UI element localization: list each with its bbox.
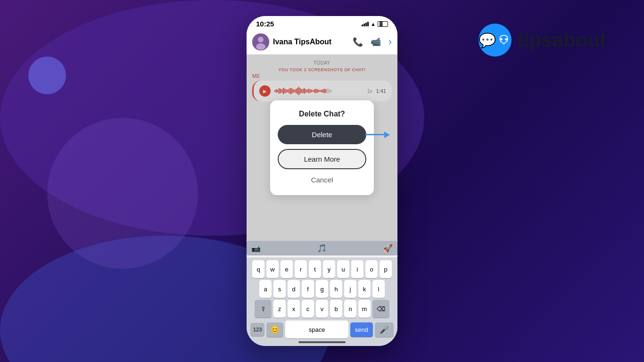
delete-chat-modal: Delete Chat? Delete Learn More Cancel bbox=[270, 100, 374, 195]
emoji-key[interactable]: 😊 bbox=[266, 322, 283, 337]
keyboard-row-3: ⇧ z x c v b n m ⌫ bbox=[248, 300, 396, 318]
key-w[interactable]: w bbox=[266, 260, 279, 278]
key-x[interactable]: x bbox=[288, 300, 300, 318]
key-n[interactable]: n bbox=[344, 300, 356, 318]
avatar bbox=[252, 33, 269, 50]
logo-text: tipsabout bbox=[517, 29, 606, 51]
space-key[interactable]: space bbox=[285, 321, 348, 338]
keyboard-toolbar: 📷 🎵 🚀 bbox=[247, 241, 397, 255]
send-key[interactable]: send bbox=[350, 322, 373, 337]
key-s[interactable]: s bbox=[273, 280, 286, 298]
keyboard: q w e r t y u i o p a s d f g h j k l ⇧ … bbox=[247, 257, 397, 346]
modal-title: Delete Chat? bbox=[299, 110, 345, 118]
key-c[interactable]: c bbox=[302, 300, 314, 318]
signal-icon bbox=[362, 22, 369, 26]
key-y[interactable]: y bbox=[323, 260, 335, 278]
call-button[interactable]: 📞 bbox=[353, 37, 363, 47]
bg-decoration bbox=[28, 57, 66, 94]
key-o[interactable]: o bbox=[365, 260, 378, 278]
chat-area: TODAY YOU TOOK 2 SCREENSHOTS OF CHAT! ME… bbox=[247, 55, 397, 241]
key-l[interactable]: l bbox=[372, 280, 385, 298]
key-b[interactable]: b bbox=[330, 300, 342, 318]
battery-icon: ▓ bbox=[378, 21, 388, 27]
chat-header: Ivana TipsAbout 📞 📹 › bbox=[247, 30, 397, 55]
svg-point-4 bbox=[258, 37, 264, 42]
logo: tipsabout bbox=[479, 24, 606, 57]
status-icons: ▲ ▓ bbox=[362, 21, 388, 27]
key-a[interactable]: a bbox=[259, 280, 272, 298]
key-h[interactable]: h bbox=[330, 280, 342, 298]
attachment-icon[interactable]: 🎵 bbox=[317, 244, 327, 253]
key-q[interactable]: q bbox=[252, 260, 264, 278]
numbers-key[interactable]: 123 bbox=[250, 323, 264, 336]
camera-icon[interactable]: 📷 bbox=[251, 244, 261, 253]
delete-button[interactable]: Delete bbox=[278, 125, 366, 144]
mic-key[interactable]: 🎤 bbox=[375, 322, 394, 337]
video-button[interactable]: 📹 bbox=[371, 37, 381, 47]
keyboard-bottom-row: 123 😊 space send 🎤 bbox=[248, 320, 396, 339]
launch-icon[interactable]: 🚀 bbox=[383, 244, 393, 253]
wifi-icon: ▲ bbox=[371, 21, 376, 27]
svg-point-5 bbox=[256, 43, 265, 50]
key-e[interactable]: e bbox=[281, 260, 293, 278]
contact-name: Ivana TipsAbout bbox=[273, 38, 349, 46]
key-r[interactable]: r bbox=[295, 260, 307, 278]
key-i[interactable]: i bbox=[351, 260, 363, 278]
keyboard-row-1: q w e r t y u i o p bbox=[248, 260, 396, 278]
key-z[interactable]: z bbox=[273, 300, 286, 318]
header-actions: 📞 📹 › bbox=[353, 36, 392, 48]
arrow-head bbox=[384, 132, 390, 138]
key-m[interactable]: m bbox=[358, 300, 371, 318]
logo-icon bbox=[479, 24, 512, 57]
key-p[interactable]: p bbox=[380, 260, 392, 278]
bg-decoration bbox=[47, 118, 198, 269]
phone-frame: 10:25 ▲ ▓ Ivana TipsAbout 📞 📹 › bbox=[247, 16, 397, 346]
key-g[interactable]: g bbox=[316, 280, 328, 298]
arrow-line bbox=[365, 134, 384, 135]
keyboard-row-2: a s d f g h j k l bbox=[248, 280, 396, 298]
learn-more-button[interactable]: Learn More bbox=[278, 149, 366, 169]
shift-key[interactable]: ⇧ bbox=[255, 300, 272, 318]
cancel-button[interactable]: Cancel bbox=[311, 174, 333, 186]
home-indicator bbox=[298, 341, 346, 343]
svg-point-1 bbox=[500, 38, 503, 41]
key-u[interactable]: u bbox=[337, 260, 349, 278]
key-k[interactable]: k bbox=[358, 280, 371, 298]
status-time: 10:25 bbox=[256, 20, 274, 28]
modal-overlay: Delete Chat? Delete Learn More Cancel bbox=[247, 55, 397, 241]
key-j[interactable]: j bbox=[344, 280, 356, 298]
svg-point-2 bbox=[505, 38, 507, 41]
arrow-indicator bbox=[365, 132, 390, 138]
key-t[interactable]: t bbox=[309, 260, 321, 278]
key-v[interactable]: v bbox=[316, 300, 328, 318]
more-button[interactable]: › bbox=[388, 36, 392, 48]
backspace-key[interactable]: ⌫ bbox=[372, 300, 389, 318]
key-f[interactable]: f bbox=[302, 280, 314, 298]
status-bar: 10:25 ▲ ▓ bbox=[247, 16, 397, 30]
key-d[interactable]: d bbox=[288, 280, 300, 298]
